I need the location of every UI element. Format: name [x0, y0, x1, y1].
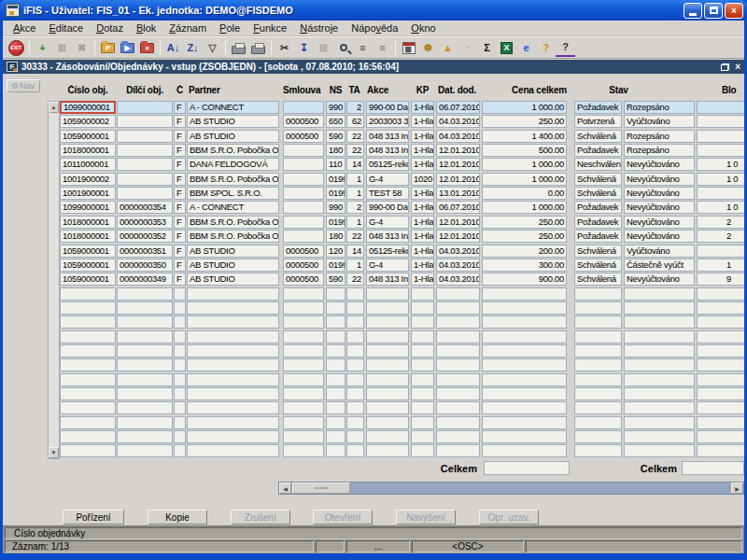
grid-cell-blok[interactable] [697, 430, 744, 443]
scroll-right-icon[interactable]: ▶ [731, 483, 743, 494]
grid-cell-akce[interactable] [366, 287, 409, 301]
grid-cell-dat[interactable] [436, 416, 480, 429]
print-icon[interactable] [229, 39, 248, 57]
grid-cell-cena[interactable] [482, 330, 567, 343]
grid-cell-partner[interactable]: BBM S.R.O. Pobočka Ost [187, 216, 279, 229]
grid-cell-smlouva[interactable] [283, 358, 324, 371]
grid-cell-smlouva[interactable] [283, 230, 324, 243]
grid-cell-blok[interactable] [697, 115, 744, 128]
grid-cell-dat[interactable] [436, 330, 480, 343]
grid-cell-stav2[interactable] [624, 358, 695, 371]
grid-cell-stav2[interactable]: Částečně vyúčt [624, 259, 695, 272]
grid-cell-blok[interactable] [697, 144, 744, 157]
grid-cell-blok[interactable] [697, 344, 744, 357]
grid-cell-cena[interactable] [482, 430, 567, 443]
grid-cell-cislo[interactable] [60, 373, 116, 386]
grid-cell-blok[interactable] [697, 187, 744, 200]
minimize-button[interactable] [684, 3, 702, 19]
grid-cell-partner[interactable] [187, 387, 279, 400]
sort-descending-icon[interactable]: Z↓ [183, 39, 203, 57]
grid-cell-ta[interactable] [346, 401, 364, 414]
grid-cell-kp[interactable]: 1-Hla [411, 259, 434, 272]
grid-cell-cena[interactable] [482, 287, 567, 301]
grid-cell-stav1[interactable] [574, 373, 622, 386]
grid-cell-stav2[interactable] [624, 416, 695, 429]
grid-cell-dilci[interactable] [117, 144, 173, 157]
grid-cell-blok[interactable]: 1 0 [697, 158, 744, 171]
browser-icon[interactable]: e [516, 39, 536, 57]
grid-cell-stav2[interactable]: Nevyúčtováno [624, 273, 695, 286]
grid-cell-blok[interactable]: 1 0 [697, 173, 744, 186]
grid-cell-cislo[interactable] [60, 444, 116, 457]
grid-cell-blok[interactable] [697, 416, 744, 429]
grid-cell-smlouva[interactable] [283, 444, 324, 457]
outline-icon[interactable]: ≡ [373, 39, 392, 57]
grid-cell-cena[interactable] [482, 344, 567, 357]
grid-cell-kp[interactable]: 1-Hla [411, 101, 434, 114]
grid-cell-dilci[interactable] [117, 344, 173, 357]
grid-cell-partner[interactable] [187, 315, 279, 329]
grid-cell-stav1[interactable]: Schválená [574, 173, 622, 186]
grid-cell-stav1[interactable] [574, 330, 622, 343]
grid-cell-stav1[interactable]: Požadavek [574, 144, 622, 157]
grid-cell-blok[interactable] [697, 130, 744, 143]
grid-cell-akce[interactable] [366, 444, 409, 457]
grid-cell-partner[interactable]: A - CONNECT [187, 101, 279, 114]
grid-cell-ns[interactable]: 590 [326, 130, 345, 143]
grid-cell-ns[interactable]: 650 [326, 115, 345, 128]
grid-cell-partner[interactable]: BBM SPOL. S.R.O. [187, 187, 279, 200]
grid-cell-dat[interactable] [436, 358, 480, 371]
grid-cell-dat[interactable] [436, 344, 480, 357]
grid-cell-akce[interactable] [366, 358, 409, 371]
grid-cell-blok[interactable] [697, 444, 744, 457]
grid-cell-c[interactable]: F [174, 245, 186, 258]
grid-cell-dat[interactable]: 06.07.2010 [436, 201, 480, 214]
grid-cell-smlouva[interactable]: 0000500 [283, 130, 324, 143]
mdi-close-button[interactable]: × [735, 63, 740, 71]
grid-cell-stav1[interactable]: Požadavek [574, 230, 622, 243]
grid-cell-kp[interactable] [411, 401, 434, 414]
grid-cell-cislo[interactable] [60, 401, 116, 414]
grid-cell-stav2[interactable]: Rozepsáno [624, 101, 695, 114]
grid-cell-akce[interactable]: TEST 58 [366, 187, 409, 200]
grid-cell-dilci[interactable] [117, 401, 173, 414]
grid-cell-ns[interactable]: 0199 [326, 187, 345, 200]
grid-cell-stav1[interactable] [574, 387, 622, 400]
grid-cell-cislo[interactable]: 1059000001 [60, 273, 116, 286]
grid-cell-stav1[interactable]: Potvrzená [574, 115, 622, 128]
grid-cell-dilci[interactable]: 0000000350 [117, 259, 173, 272]
grid-cell-stav2[interactable]: Nevyúčtováno [624, 173, 695, 186]
grid-cell-stav2[interactable] [624, 444, 695, 457]
grid-cell-kp[interactable] [411, 373, 434, 386]
grid-cell-smlouva[interactable] [283, 373, 324, 386]
grid-cell-stav2[interactable] [624, 401, 695, 414]
grid-cell-c[interactable]: F [174, 130, 186, 143]
grid-cell-dilci[interactable]: 0000000354 [117, 201, 173, 214]
grid-cell-cena[interactable] [482, 301, 567, 315]
grid-cell-cena[interactable]: 300.00 [482, 259, 567, 272]
grid-cell-ta[interactable]: 14 [346, 158, 364, 171]
grid-cell-stav1[interactable]: Neschválen [574, 158, 622, 171]
grid-cell-cislo[interactable] [60, 315, 116, 329]
grid-cell-dat[interactable] [436, 301, 480, 315]
grid-cell-akce[interactable]: G-4 [366, 173, 409, 186]
grid-cell-ta[interactable]: 2 [346, 101, 364, 114]
grid-cell-cislo[interactable]: 1059000001 [60, 245, 116, 258]
grid-cell-c[interactable]: F [174, 187, 186, 200]
grid-cell-stav1[interactable]: Schválená [574, 130, 622, 143]
grid-cell-smlouva[interactable] [283, 416, 324, 429]
grid-cell-blok[interactable] [697, 301, 744, 315]
grid-cell-ta[interactable] [346, 330, 364, 343]
grid-cell-stav1[interactable] [574, 444, 622, 457]
grid-cell-ns[interactable]: 0199 [326, 173, 345, 186]
grid-cell-dat[interactable] [436, 373, 480, 386]
grid-cell-ta[interactable] [346, 373, 364, 386]
grid-cell-smlouva[interactable] [283, 144, 324, 157]
grid-cell-c[interactable] [174, 373, 186, 386]
grid-cell-dat[interactable]: 12.01.2010 [436, 230, 480, 243]
grid-cell-cislo[interactable] [60, 358, 116, 371]
grid-cell-stav1[interactable] [574, 416, 622, 429]
nav-button[interactable]: Nav [7, 79, 40, 92]
grid-cell-stav1[interactable] [574, 287, 622, 301]
grid-cell-kp[interactable]: 1-Hla [411, 230, 434, 243]
